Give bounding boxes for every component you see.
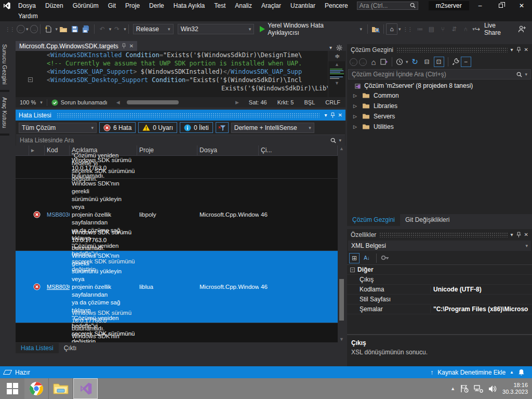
live-share-label[interactable]: Live Share xyxy=(484,22,514,36)
tree-item-utilities[interactable]: ▷Utilities xyxy=(347,122,532,132)
solution-explorer-title-bar[interactable]: Çözüm Gezgini ▾ ✕ xyxy=(347,44,532,55)
error-list-title-bar[interactable]: Hata Listesi ▾ ✕ xyxy=(16,110,345,121)
collapse-all-icon[interactable]: ⊟ xyxy=(422,57,432,67)
expand-chevron-icon[interactable]: ▷ xyxy=(353,124,358,129)
warnings-filter-button[interactable]: 0 Uyarı xyxy=(138,122,177,133)
property-pages-key-icon[interactable] xyxy=(381,255,389,261)
pending-changes-clock-icon[interactable] xyxy=(396,58,403,65)
error-code[interactable]: MSB8036 xyxy=(45,211,70,218)
scroll-left-icon[interactable]: ◀ xyxy=(115,100,122,105)
navigate-back-button[interactable]: ← xyxy=(17,25,25,33)
object-selector-dropdown[interactable]: XML Belgesi ▾ xyxy=(348,241,531,251)
document-health-indicator[interactable]: Sorun bulunamadı xyxy=(47,99,112,106)
active-files-chevron-icon[interactable]: ▾ xyxy=(329,45,332,51)
column-line[interactable]: Çi... xyxy=(259,145,272,155)
start-debugging-button[interactable]: Yerel Windows Hata Ayıklayıcısı ▾ xyxy=(256,23,365,35)
taskbar-chrome-button[interactable] xyxy=(24,378,49,399)
column-code[interactable]: Kod xyxy=(45,145,70,155)
scroll-right-icon[interactable]: ▶ xyxy=(234,100,241,105)
switch-views-icon[interactable] xyxy=(380,58,388,65)
error-row[interactable]: Windows SDK sürümü10.0.17763.0 bulunamad… xyxy=(16,323,338,342)
live-share-icon[interactable]: ↪ xyxy=(475,25,480,33)
volume-icon[interactable] xyxy=(488,385,497,393)
scrollbar-thumb[interactable] xyxy=(127,100,179,104)
horizontal-scrollbar[interactable]: ◀ ▶ xyxy=(115,97,241,108)
close-panel-icon[interactable]: ✕ xyxy=(524,47,528,52)
error-code[interactable]: MSB8036 xyxy=(45,284,70,290)
menu-item[interactable]: Görünüm xyxy=(68,1,103,11)
tab-git-changes[interactable]: Git Değişiklikleri xyxy=(400,214,455,226)
error-scope-dropdown[interactable]: Tüm Çözüm▾ xyxy=(19,123,97,133)
document-outline-icon[interactable]: ▤ xyxy=(426,23,437,35)
property-value[interactable]: Unicode (UTF-8) xyxy=(430,286,532,293)
task-list-icon[interactable]: ≔ xyxy=(415,23,426,35)
pin-icon[interactable] xyxy=(516,47,521,53)
add-to-source-control-button[interactable]: Kaynak Denetimine Ekle xyxy=(437,369,506,376)
call-hierarchy-icon[interactable]: ⇵ xyxy=(448,23,460,35)
minimize-button[interactable]: – xyxy=(470,0,490,11)
taskbar-file-explorer-button[interactable] xyxy=(49,378,73,399)
error-row[interactable]: "Çözümü yeniden hedefle"yiseçerek SDK sü… xyxy=(16,156,338,179)
forward-button[interactable]: → xyxy=(359,58,367,66)
tree-item-libraries[interactable]: ▷Libraries xyxy=(347,101,532,111)
code-line[interactable]: <WindowsSDKInstalled Condition="Exists('… xyxy=(16,51,345,59)
menu-item[interactable]: Derle xyxy=(144,1,169,11)
menu-item[interactable]: Yardım xyxy=(14,11,43,21)
properties-title-bar[interactable]: Özellikler ▾ ✕ xyxy=(347,229,532,240)
sidebar-tab-server-explorer[interactable]: Sunucu Gezgini xyxy=(0,39,9,92)
window-position-chevron-icon[interactable]: ▾ xyxy=(511,47,513,52)
clear-filters-button[interactable] xyxy=(216,122,229,133)
code-line[interactable]: −<WindowsSDK_Desktop_Support Condition="… xyxy=(16,76,345,84)
navigate-forward-button[interactable]: → xyxy=(30,25,38,33)
window-position-chevron-icon[interactable]: ▾ xyxy=(325,112,327,118)
scroll-down-icon[interactable]: ▼ xyxy=(328,80,345,86)
navigate-back-chevron-icon[interactable]: ▾ xyxy=(26,26,29,32)
close-tab-icon[interactable]: ✕ xyxy=(129,43,134,49)
column-severity[interactable]: ▸ xyxy=(29,145,45,155)
refresh-icon[interactable]: ↻ xyxy=(410,57,420,67)
categorized-view-icon[interactable]: ⊞ xyxy=(349,253,360,263)
solution-search-input[interactable]: Çözüm Gezgini İçinde Ara (Ctrl+ş) ▾ xyxy=(348,69,531,79)
home-icon[interactable]: ⌂ xyxy=(368,57,379,67)
toolbar-grip[interactable]: ⋮⋮ xyxy=(5,26,15,32)
tab-output[interactable]: Çıktı xyxy=(59,343,82,353)
properties-wrench-icon[interactable] xyxy=(452,58,459,65)
menu-item[interactable]: Düzen xyxy=(41,1,68,11)
home-chevron-icon[interactable]: ▾ xyxy=(398,26,401,32)
close-panel-icon[interactable]: ✕ xyxy=(524,232,528,237)
start-button[interactable] xyxy=(0,378,24,399)
collapse-icon[interactable]: − xyxy=(350,268,355,272)
menu-item[interactable]: Dosya xyxy=(14,1,41,11)
property-row[interactable]: Stil Sayfası xyxy=(347,295,532,304)
menu-item[interactable]: Proje xyxy=(121,1,144,11)
solution-configuration-dropdown[interactable]: Release▾ xyxy=(133,24,174,34)
chevron-down-icon[interactable]: ▾ xyxy=(525,72,527,77)
taskbar-visual-studio-button[interactable] xyxy=(73,378,98,399)
undo-button[interactable]: ↶ xyxy=(97,23,108,35)
restore-button[interactable] xyxy=(490,0,511,11)
action-center-flag-icon[interactable] xyxy=(460,384,469,393)
column-select[interactable] xyxy=(16,145,29,155)
window-position-chevron-icon[interactable]: ▾ xyxy=(511,232,513,237)
error-table-header[interactable]: ▸ Kod Açıklama Proje Dosya Çi... xyxy=(16,145,338,156)
menu-item[interactable]: Git xyxy=(103,1,121,11)
scrollbar-thumb[interactable] xyxy=(339,279,344,321)
menu-item[interactable]: Test xyxy=(209,1,230,11)
close-button[interactable]: ✕ xyxy=(511,0,532,11)
property-row[interactable]: KodlamaUnicode (UTF-8) xyxy=(347,285,532,295)
show-all-files-icon[interactable]: ⊡ xyxy=(434,57,444,67)
error-list-scrollbar[interactable]: ▲ ▼ xyxy=(338,145,345,342)
error-row[interactable]: MSB8036Windows SDK sürümü10.0.17763.0 bu… xyxy=(16,251,338,323)
property-category-row[interactable]: −Diğer xyxy=(347,265,532,275)
scroll-up-icon[interactable]: ▲ xyxy=(328,61,345,68)
new-project-button[interactable] xyxy=(43,23,54,35)
back-button[interactable]: ← xyxy=(350,58,357,66)
errors-filter-button[interactable]: 6 Hata xyxy=(99,122,136,133)
collapse-region-icon[interactable]: − xyxy=(28,77,33,82)
code-line[interactable]: Exists('$(WindowsSdkDir)\Lib\ xyxy=(16,84,345,92)
property-row[interactable]: Şemalar"C:\Program Files (x86)\Microso xyxy=(347,304,532,314)
object-browser-icon[interactable]: ⑃ xyxy=(460,23,471,35)
split-editor-handle[interactable]: ≑ xyxy=(328,51,346,61)
messages-filter-button[interactable]: 0 İleti xyxy=(180,122,213,133)
scroll-down-icon[interactable]: ▼ xyxy=(339,336,344,342)
